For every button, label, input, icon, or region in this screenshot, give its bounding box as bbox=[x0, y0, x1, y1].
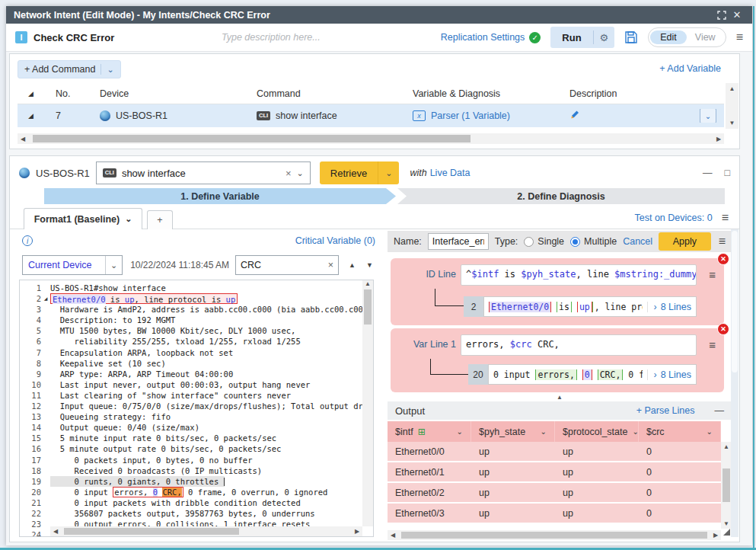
output-col-protocol-state[interactable]: $protocol_state ⌄ bbox=[555, 421, 639, 442]
scroll-right-icon[interactable]: ▶ bbox=[710, 532, 721, 539]
code-line[interactable]: 11 Last clearing of "show interface" cou… bbox=[20, 390, 362, 401]
var-line-lines-link[interactable]: › 8 Lines bbox=[647, 369, 691, 380]
tab-add[interactable]: + bbox=[147, 210, 173, 229]
test-on-devices-link[interactable]: Test on Devices: 0 bbox=[635, 213, 713, 223]
hscroll-thumb[interactable] bbox=[401, 532, 707, 539]
output-row[interactable]: Ethernet0/1upup0 bbox=[388, 462, 721, 483]
code-line[interactable]: 6 reliability 255/255, txload 1/255, rxl… bbox=[20, 336, 362, 347]
run-button[interactable]: Run bbox=[550, 32, 592, 43]
code-line[interactable]: 3 Hardware is AmdP2, address is aabb.cc0… bbox=[20, 304, 362, 315]
retrieve-button[interactable]: Retrieve bbox=[320, 168, 378, 179]
code-line[interactable]: 19 0 runts, 0 giants, 0 throttles bbox=[20, 476, 362, 487]
output-row[interactable]: Ethernet0/3upup0 bbox=[388, 504, 721, 524]
description-input[interactable]: Type description here... bbox=[222, 32, 321, 43]
run-settings-gear-icon[interactable]: ⚙ bbox=[594, 32, 615, 43]
add-command-chevron-icon[interactable]: ⌄ bbox=[107, 65, 113, 75]
close-icon[interactable]: ✕ bbox=[729, 9, 745, 21]
scroll-right-icon[interactable]: ▶ bbox=[352, 528, 362, 535]
vscroll-thumb[interactable] bbox=[364, 289, 372, 325]
critical-variable-link[interactable]: Critical Variable (0) bbox=[295, 235, 375, 246]
find-prev-icon[interactable]: ▲ bbox=[345, 257, 359, 273]
parse-lines-link[interactable]: + Parse Lines bbox=[636, 405, 695, 416]
code-line[interactable]: 20 0 input errors, 0 CRC, 0 frame, 0 ove… bbox=[20, 487, 362, 497]
code-line[interactable]: 12 Input queue: 0/75/0/0 (size/max/drops… bbox=[20, 401, 362, 411]
panel-vscrollbar[interactable] bbox=[731, 229, 738, 537]
code-hscrollbar[interactable]: ◀ ▶ bbox=[50, 526, 362, 536]
scroll-left-icon[interactable]: ◀ bbox=[50, 528, 61, 535]
code-line[interactable]: 9 ARP type: ARPA, ARP Timeout 04:00:00 bbox=[20, 369, 362, 379]
radio-multiple-dot[interactable] bbox=[570, 237, 580, 247]
radio-single[interactable]: Single bbox=[524, 236, 564, 247]
menu-icon[interactable]: ≡ bbox=[736, 30, 743, 44]
edit-toggle[interactable]: Edit bbox=[650, 30, 687, 44]
line-collapse-icon[interactable]: ◢ bbox=[41, 293, 50, 304]
radio-multiple[interactable]: Multiple bbox=[570, 236, 617, 247]
command-table-hscrollbar[interactable]: ◀ ▶ bbox=[18, 133, 724, 144]
output-row[interactable]: Ethernet0/2upup0 bbox=[388, 483, 721, 504]
variable-menu-icon[interactable]: ≡ bbox=[719, 235, 726, 248]
hscroll-thumb[interactable] bbox=[33, 135, 471, 142]
row-collapse-icon[interactable]: ◢ bbox=[18, 112, 46, 120]
test-menu-icon[interactable]: ≡ bbox=[722, 211, 729, 225]
row-dropdown-button[interactable]: ⌄ bbox=[700, 109, 716, 123]
scroll-left-icon[interactable]: ◀ bbox=[388, 532, 398, 539]
col-description[interactable]: Description bbox=[560, 88, 724, 99]
code-line[interactable]: 17 0 packets input, 0 bytes, 0 no buffer bbox=[20, 455, 362, 465]
code-vscrollbar[interactable]: ▲ bbox=[362, 280, 373, 526]
code-line[interactable]: 4 Description: to 192 MGMT bbox=[20, 315, 362, 325]
device-select-chevron-icon[interactable]: ⌄ bbox=[105, 256, 122, 274]
hscroll-thumb[interactable] bbox=[64, 528, 239, 535]
code-line[interactable]: 7 Encapsulation ARPA, loopback not set bbox=[20, 347, 362, 358]
apply-button[interactable]: Apply bbox=[659, 232, 711, 251]
resize-handle[interactable] bbox=[723, 529, 730, 536]
row-parser-link[interactable]: Parser (1 Variable) bbox=[431, 110, 510, 121]
col-chevron-icon[interactable]: ⌄ bbox=[707, 427, 713, 436]
device-select-dropdown[interactable]: Current Device ⌄ bbox=[22, 255, 123, 275]
col-device[interactable]: Device bbox=[91, 88, 247, 99]
remove-id-line-icon[interactable]: ✕ bbox=[717, 253, 729, 265]
output-col-intf[interactable]: $intf ⊞ ⌄ bbox=[388, 421, 471, 442]
id-line-lines-link[interactable]: › 8 Lines bbox=[647, 302, 691, 312]
step-define-variable[interactable]: 1. Define Variable bbox=[44, 188, 396, 204]
info-icon[interactable]: i bbox=[22, 235, 33, 246]
command-table-row[interactable]: ◢ 7 US-BOS-R1 CLI show interface x Parse… bbox=[18, 104, 724, 127]
output-hscrollbar[interactable]: ◀ ▶ bbox=[388, 530, 721, 540]
code-line[interactable]: 10 Last input never, output 00:00:03, ou… bbox=[20, 379, 362, 390]
code-line[interactable]: 13 Queueing strategy: fifo bbox=[20, 411, 362, 422]
step-define-diagnosis[interactable]: 2. Define Diagnosis bbox=[397, 188, 725, 204]
scroll-down-icon[interactable]: ▼ bbox=[721, 520, 732, 527]
col-no[interactable]: No. bbox=[46, 88, 91, 99]
view-toggle[interactable]: View bbox=[687, 30, 724, 44]
var-line-menu-icon[interactable]: ≡ bbox=[709, 338, 716, 351]
scroll-down-icon[interactable]: ▼ bbox=[727, 120, 738, 126]
scroll-up-icon[interactable]: ▲ bbox=[727, 85, 738, 92]
minimize-icon[interactable]: — bbox=[703, 168, 713, 178]
vscroll-thumb[interactable] bbox=[723, 468, 730, 502]
find-next-icon[interactable]: ▼ bbox=[362, 257, 377, 273]
scroll-up-icon[interactable]: ▲ bbox=[721, 443, 732, 450]
cancel-link[interactable]: Cancel bbox=[623, 236, 652, 247]
retrieve-chevron-icon[interactable]: ⌄ bbox=[378, 168, 399, 178]
maximize-icon[interactable]: □ bbox=[724, 168, 730, 178]
code-line[interactable]: 14 Output queue: 0/40 (size/max) bbox=[20, 422, 362, 433]
search-clear-icon[interactable]: × bbox=[324, 260, 338, 270]
command-table-vscrollbar[interactable]: ▲ ▼ bbox=[726, 83, 738, 129]
search-input[interactable] bbox=[236, 260, 324, 270]
code-line[interactable]: 8 Keepalive set (10 sec) bbox=[20, 358, 362, 369]
code-line[interactable]: 1US-BOS-R1#show interface bbox=[20, 283, 362, 293]
collapse-handle-icon[interactable]: ▲ bbox=[557, 394, 563, 401]
col-variable-diagnosis[interactable]: Variable & Diagnosis bbox=[404, 88, 560, 99]
tab-format1[interactable]: Format1 (Baseline) ⌄ bbox=[24, 208, 142, 229]
collapse-all-icon[interactable]: ◢ bbox=[18, 90, 46, 98]
scroll-left-icon[interactable]: ◀ bbox=[18, 136, 28, 142]
cli-output-viewer[interactable]: 1US-BOS-R1#show interface2◢Ethernet0/0 i… bbox=[19, 280, 374, 537]
code-line[interactable]: 21 0 input packets with dribble conditio… bbox=[20, 497, 362, 508]
tab-chevron-icon[interactable]: ⌄ bbox=[125, 214, 132, 224]
code-line[interactable]: 5 MTU 1500 bytes, BW 10000 Kbit/sec, DLY… bbox=[20, 325, 362, 336]
command-select[interactable]: CLI show interface × ⌄ bbox=[96, 161, 311, 184]
code-line[interactable]: 2◢Ethernet0/0 is up, line protocol is up bbox=[20, 293, 362, 304]
col-chevron-icon[interactable]: ⌄ bbox=[632, 427, 638, 436]
col-chevron-icon[interactable]: ⌄ bbox=[457, 427, 463, 436]
col-command[interactable]: Command bbox=[247, 88, 404, 99]
id-line-menu-icon[interactable]: ≡ bbox=[709, 268, 716, 281]
